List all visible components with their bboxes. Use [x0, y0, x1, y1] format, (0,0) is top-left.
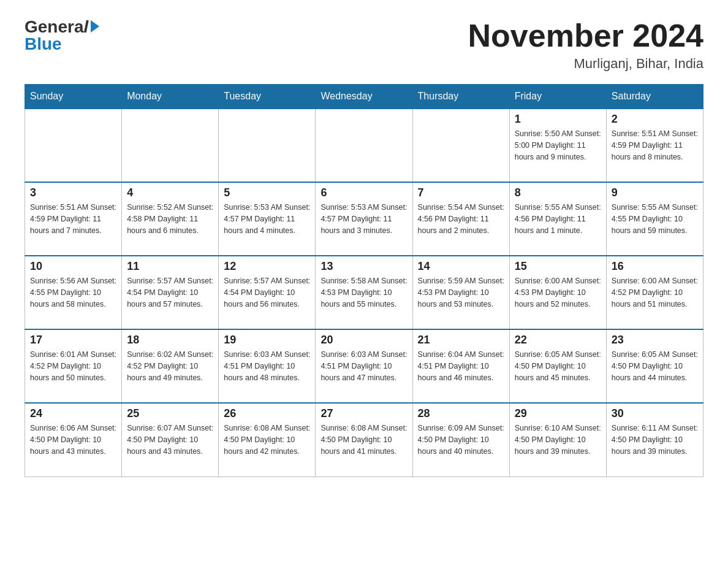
day-info: Sunrise: 6:07 AM Sunset: 4:50 PM Dayligh… [127, 423, 213, 457]
day-number: 16 [612, 260, 698, 273]
calendar-cell: 17Sunrise: 6:01 AM Sunset: 4:52 PM Dayli… [25, 329, 122, 403]
day-info: Sunrise: 6:01 AM Sunset: 4:52 PM Dayligh… [30, 349, 116, 383]
day-number: 30 [612, 407, 698, 420]
day-info: Sunrise: 6:03 AM Sunset: 4:51 PM Dayligh… [224, 349, 310, 383]
day-number: 29 [515, 407, 601, 420]
calendar-header-saturday: Saturday [606, 85, 703, 109]
calendar-cell: 2Sunrise: 5:51 AM Sunset: 4:59 PM Daylig… [606, 109, 703, 182]
calendar-cell [316, 109, 412, 182]
calendar-week-row: 3Sunrise: 5:51 AM Sunset: 4:59 PM Daylig… [25, 182, 703, 256]
day-info: Sunrise: 5:55 AM Sunset: 4:56 PM Dayligh… [515, 202, 601, 236]
calendar-week-row: 1Sunrise: 5:50 AM Sunset: 5:00 PM Daylig… [25, 109, 703, 182]
day-number: 13 [320, 260, 407, 273]
day-number: 19 [224, 334, 310, 347]
calendar-header-tuesday: Tuesday [219, 85, 316, 109]
location-title: Murliganj, Bihar, India [468, 56, 703, 72]
calendar-cell: 27Sunrise: 6:08 AM Sunset: 4:50 PM Dayli… [316, 403, 412, 477]
calendar-header-thursday: Thursday [412, 85, 509, 109]
day-number: 14 [418, 260, 504, 273]
calendar-header-sunday: Sunday [25, 85, 122, 109]
day-number: 12 [224, 260, 310, 273]
day-number: 11 [127, 260, 213, 273]
day-info: Sunrise: 5:57 AM Sunset: 4:54 PM Dayligh… [224, 275, 310, 310]
day-number: 17 [30, 334, 116, 347]
day-number: 6 [320, 186, 407, 199]
day-info: Sunrise: 5:55 AM Sunset: 4:55 PM Dayligh… [612, 202, 698, 236]
calendar-cell: 3Sunrise: 5:51 AM Sunset: 4:59 PM Daylig… [25, 182, 122, 256]
calendar-cell: 6Sunrise: 5:53 AM Sunset: 4:57 PM Daylig… [316, 182, 412, 256]
day-info: Sunrise: 5:51 AM Sunset: 4:59 PM Dayligh… [612, 128, 698, 163]
calendar-week-row: 24Sunrise: 6:06 AM Sunset: 4:50 PM Dayli… [25, 403, 703, 477]
calendar-cell: 8Sunrise: 5:55 AM Sunset: 4:56 PM Daylig… [509, 182, 606, 256]
calendar-cell: 20Sunrise: 6:03 AM Sunset: 4:51 PM Dayli… [316, 329, 412, 403]
day-info: Sunrise: 6:02 AM Sunset: 4:52 PM Dayligh… [127, 349, 213, 383]
calendar-cell: 29Sunrise: 6:10 AM Sunset: 4:50 PM Dayli… [509, 403, 606, 477]
calendar-cell: 28Sunrise: 6:09 AM Sunset: 4:50 PM Dayli… [412, 403, 509, 477]
day-number: 4 [127, 186, 213, 199]
day-info: Sunrise: 6:03 AM Sunset: 4:51 PM Dayligh… [320, 349, 407, 383]
day-number: 25 [127, 407, 213, 420]
calendar-cell: 9Sunrise: 5:55 AM Sunset: 4:55 PM Daylig… [606, 182, 703, 256]
logo-triangle-icon [91, 20, 99, 33]
day-number: 7 [418, 186, 504, 199]
day-info: Sunrise: 6:11 AM Sunset: 4:50 PM Dayligh… [612, 423, 698, 457]
day-number: 1 [515, 113, 601, 126]
calendar-cell: 26Sunrise: 6:08 AM Sunset: 4:50 PM Dayli… [219, 403, 316, 477]
calendar-cell [122, 109, 219, 182]
logo-general-text: General [25, 18, 99, 36]
calendar-cell: 24Sunrise: 6:06 AM Sunset: 4:50 PM Dayli… [25, 403, 122, 477]
day-info: Sunrise: 5:53 AM Sunset: 4:57 PM Dayligh… [224, 202, 310, 236]
day-info: Sunrise: 6:10 AM Sunset: 4:50 PM Dayligh… [515, 423, 601, 457]
calendar-cell: 5Sunrise: 5:53 AM Sunset: 4:57 PM Daylig… [219, 182, 316, 256]
day-number: 24 [30, 407, 116, 420]
calendar-cell: 22Sunrise: 6:05 AM Sunset: 4:50 PM Dayli… [509, 329, 606, 403]
day-number: 8 [515, 186, 601, 199]
day-number: 18 [127, 334, 213, 347]
day-info: Sunrise: 5:50 AM Sunset: 5:00 PM Dayligh… [515, 128, 601, 163]
day-info: Sunrise: 5:59 AM Sunset: 4:53 PM Dayligh… [418, 275, 504, 310]
day-number: 5 [224, 186, 310, 199]
calendar-cell [25, 109, 122, 182]
day-info: Sunrise: 6:09 AM Sunset: 4:50 PM Dayligh… [418, 423, 504, 457]
day-number: 20 [320, 334, 407, 347]
day-info: Sunrise: 6:00 AM Sunset: 4:53 PM Dayligh… [515, 275, 601, 310]
calendar-cell: 19Sunrise: 6:03 AM Sunset: 4:51 PM Dayli… [219, 329, 316, 403]
day-number: 26 [224, 407, 310, 420]
day-number: 2 [612, 113, 698, 126]
calendar-cell: 14Sunrise: 5:59 AM Sunset: 4:53 PM Dayli… [412, 256, 509, 329]
calendar-cell: 1Sunrise: 5:50 AM Sunset: 5:00 PM Daylig… [509, 109, 606, 182]
calendar-cell [412, 109, 509, 182]
calendar-cell: 13Sunrise: 5:58 AM Sunset: 4:53 PM Dayli… [316, 256, 412, 329]
day-number: 22 [515, 334, 601, 347]
calendar-cell: 7Sunrise: 5:54 AM Sunset: 4:56 PM Daylig… [412, 182, 509, 256]
day-number: 23 [612, 334, 698, 347]
day-info: Sunrise: 5:56 AM Sunset: 4:55 PM Dayligh… [30, 275, 116, 310]
month-title: November 2024 [468, 18, 703, 53]
day-info: Sunrise: 6:05 AM Sunset: 4:50 PM Dayligh… [612, 349, 698, 383]
calendar-cell: 11Sunrise: 5:57 AM Sunset: 4:54 PM Dayli… [122, 256, 219, 329]
calendar-cell: 15Sunrise: 6:00 AM Sunset: 4:53 PM Dayli… [509, 256, 606, 329]
calendar-cell: 23Sunrise: 6:05 AM Sunset: 4:50 PM Dayli… [606, 329, 703, 403]
calendar-week-row: 17Sunrise: 6:01 AM Sunset: 4:52 PM Dayli… [25, 329, 703, 403]
calendar-cell: 12Sunrise: 5:57 AM Sunset: 4:54 PM Dayli… [219, 256, 316, 329]
calendar-cell: 4Sunrise: 5:52 AM Sunset: 4:58 PM Daylig… [122, 182, 219, 256]
calendar-header-row: SundayMondayTuesdayWednesdayThursdayFrid… [25, 85, 703, 109]
calendar-cell [219, 109, 316, 182]
day-number: 27 [320, 407, 407, 420]
day-number: 3 [30, 186, 116, 199]
day-info: Sunrise: 5:58 AM Sunset: 4:53 PM Dayligh… [320, 275, 407, 310]
day-info: Sunrise: 5:54 AM Sunset: 4:56 PM Dayligh… [418, 202, 504, 236]
logo-blue-text: Blue [25, 36, 62, 53]
calendar-cell: 30Sunrise: 6:11 AM Sunset: 4:50 PM Dayli… [606, 403, 703, 477]
day-info: Sunrise: 6:00 AM Sunset: 4:52 PM Dayligh… [612, 275, 698, 310]
day-number: 15 [515, 260, 601, 273]
calendar-header-friday: Friday [509, 85, 606, 109]
day-info: Sunrise: 5:52 AM Sunset: 4:58 PM Dayligh… [127, 202, 213, 236]
day-info: Sunrise: 5:53 AM Sunset: 4:57 PM Dayligh… [320, 202, 407, 236]
calendar-header-wednesday: Wednesday [316, 85, 412, 109]
day-info: Sunrise: 6:08 AM Sunset: 4:50 PM Dayligh… [320, 423, 407, 457]
day-number: 28 [418, 407, 504, 420]
calendar-week-row: 10Sunrise: 5:56 AM Sunset: 4:55 PM Dayli… [25, 256, 703, 329]
day-info: Sunrise: 6:06 AM Sunset: 4:50 PM Dayligh… [30, 423, 116, 457]
day-info: Sunrise: 6:08 AM Sunset: 4:50 PM Dayligh… [224, 423, 310, 457]
